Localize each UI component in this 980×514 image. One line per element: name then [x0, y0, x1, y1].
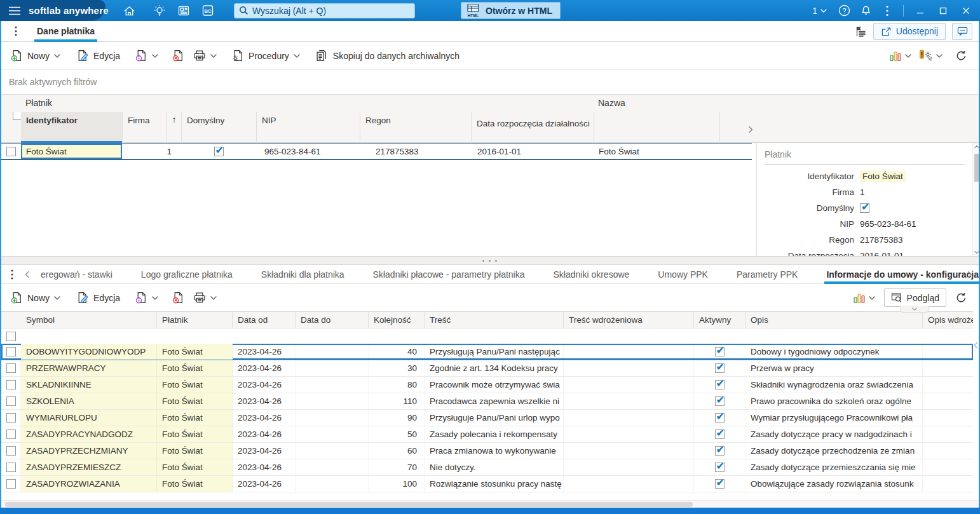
aktywny-checkbox[interactable] — [715, 446, 725, 456]
cell-aktywny[interactable] — [694, 459, 745, 475]
domyslny-checkbox[interactable] — [214, 147, 224, 156]
row-checkbox[interactable] — [6, 347, 16, 356]
cell-nip[interactable]: 965-023-84-61 — [256, 144, 360, 159]
tabs-scroll-left-icon[interactable] — [25, 271, 30, 278]
cell-aktywny[interactable] — [694, 377, 745, 393]
copy-to-archive-button[interactable]: Skopiuj do danych archiwalnych — [311, 46, 464, 66]
row-checkbox[interactable] — [6, 429, 16, 439]
table-row[interactable]: PRZERWAWPRACY Foto Świat 2023-04-26 30 Z… — [1, 360, 973, 377]
cell-data-do[interactable] — [296, 360, 369, 376]
expand-columns-chevron-icon[interactable] — [740, 112, 756, 143]
cell-symbol[interactable]: ZASADYPRACYNADGODZ — [21, 426, 157, 442]
tabs-kebab-icon[interactable] — [9, 269, 15, 280]
aktywny-checkbox[interactable] — [715, 363, 725, 373]
cell-data-do[interactable] — [296, 377, 369, 393]
aktywny-checkbox[interactable] — [715, 463, 725, 472]
payer-row[interactable]: Foto Świat 1 965-023-84-61 217875383 201… — [1, 143, 752, 160]
column-header-aktywny[interactable]: Aktywny — [694, 312, 745, 328]
column-header-nip[interactable]: NIP — [256, 112, 360, 143]
cell-aktywny[interactable] — [694, 426, 745, 442]
cell-opis-wdrozeniowy[interactable] — [923, 360, 973, 376]
cell-data-od[interactable]: 2023-04-26 — [233, 476, 296, 492]
cell-tresc[interactable]: Pracownik może otrzymywać świa — [425, 377, 564, 393]
cell-platnik[interactable]: Foto Świat — [157, 476, 233, 492]
lightbulb-icon[interactable] — [150, 3, 169, 19]
maximize-button[interactable] — [933, 3, 953, 19]
cell-symbol[interactable]: SKLADNIKIINNE — [21, 377, 157, 393]
new-button[interactable]: Nowy — [6, 46, 65, 66]
tab-skladniki-okresowe[interactable]: Składniki okresowe — [554, 265, 630, 284]
cell-platnik[interactable]: Foto Świat — [157, 410, 233, 426]
horizontal-splitter[interactable] — [1, 256, 979, 265]
document-info-button[interactable] — [131, 288, 163, 308]
cell-opis[interactable]: Obowiązujące zasady rozwiązania stosunk — [745, 476, 923, 492]
cell-data-do[interactable] — [296, 476, 369, 492]
tab-zaszeregowan-stawki[interactable]: eregowań - stawki — [41, 265, 112, 284]
cell-tresc[interactable]: Zgodnie z art. 134 Kodeksu pracy — [425, 360, 564, 376]
tab-skladniki-dla-platnika[interactable]: Składniki dla płatnika — [261, 265, 344, 284]
row-checkbox[interactable] — [6, 446, 16, 456]
table-row[interactable]: ZASADYROZWIAZANIA Foto Świat 2023-04-26 … — [1, 476, 973, 492]
cell-tresc-wdrozeniowa[interactable] — [564, 459, 694, 475]
column-header-data-do[interactable]: Data do — [296, 312, 369, 328]
column-header-data-rozpoczecia[interactable]: Data rozpoczęcia działalności — [471, 112, 594, 143]
cell-aktywny[interactable] — [694, 344, 745, 360]
bc-icon[interactable]: BC — [198, 3, 217, 19]
column-header-opis[interactable]: Opis — [745, 312, 923, 328]
delete-button[interactable] — [168, 46, 189, 66]
cell-kolejnosc[interactable]: 90 — [369, 410, 425, 426]
cell-data-do[interactable] — [296, 344, 369, 360]
column-header-tresc-wdrozeniowa[interactable]: Treść wdrożeniowa — [564, 312, 694, 328]
cell-kolejnosc[interactable]: 70 — [369, 459, 425, 475]
print-button[interactable] — [189, 46, 221, 66]
delete-button[interactable] — [168, 288, 189, 308]
table-row[interactable]: SZKOLENIA Foto Świat 2023-04-26 110 Prac… — [1, 393, 973, 410]
scrollbar-thumb[interactable] — [5, 502, 693, 507]
print-button[interactable] — [189, 288, 221, 308]
cell-opis[interactable]: Składniki wynagrodzenia oraz świadczenia — [745, 377, 923, 393]
cell-kolejnosc[interactable]: 110 — [369, 393, 425, 409]
cell-opis[interactable]: Zasady dotyczące pracy w nadgodzinach i — [745, 426, 923, 442]
cell-tresc[interactable]: Praca zmianowa to wykonywanie — [425, 443, 564, 459]
cell-aktywny[interactable] — [694, 360, 745, 376]
table-row[interactable]: ZASADYPRZEMIESZCZ Foto Świat 2023-04-26 … — [1, 459, 973, 476]
hamburger-menu-icon[interactable] — [8, 3, 22, 19]
cell-firma[interactable]: 1 — [122, 144, 181, 159]
cell-symbol[interactable]: ZASADYPRZEMIESZCZ — [21, 459, 157, 475]
cell-data-od[interactable]: 2023-04-26 — [233, 360, 296, 376]
cell-opis-wdrozeniowy[interactable] — [923, 443, 973, 459]
collapse-toolbar-handle[interactable] — [900, 306, 929, 313]
cell-regon[interactable]: 217875383 — [360, 144, 471, 159]
cell-data-od[interactable]: 2023-04-26 — [233, 344, 296, 360]
cell-data-od[interactable]: 2023-04-26 — [233, 377, 296, 393]
cell-data-do[interactable] — [296, 410, 369, 426]
cell-aktywny[interactable] — [694, 443, 745, 459]
aktywny-checkbox[interactable] — [715, 479, 725, 489]
global-search[interactable] — [234, 3, 415, 18]
column-header-firma[interactable]: Firma — [122, 112, 167, 143]
cell-data-od[interactable]: 2023-04-26 — [233, 393, 296, 409]
tab-options-kebab-icon[interactable] — [10, 26, 22, 36]
cell-data-od[interactable]: 2023-04-26 — [233, 459, 296, 475]
cell-tresc[interactable]: Przysługuje Panu/Pani urlop wypo — [425, 410, 564, 426]
cell-platnik[interactable]: Foto Świat — [157, 377, 233, 393]
document-info-button[interactable] — [131, 46, 163, 66]
more-options-icon[interactable] — [878, 3, 897, 19]
chart-view-button[interactable] — [849, 288, 879, 308]
aktywny-checkbox[interactable] — [715, 347, 725, 356]
cell-opis[interactable]: Zasady dotyczące przemieszczania się mie — [745, 459, 923, 475]
cell-opis-wdrozeniowy[interactable] — [923, 377, 973, 393]
cell-nazwa[interactable]: Foto Świat — [594, 144, 719, 159]
aktywny-checkbox[interactable] — [715, 429, 725, 439]
cell-symbol[interactable]: SZKOLENIA — [21, 393, 157, 409]
horizontal-scrollbar[interactable] — [1, 500, 979, 508]
table-row[interactable]: ZASADYPRACYNADGODZ Foto Świat 2023-04-26… — [1, 426, 973, 443]
cell-symbol[interactable]: ZASADYPRZECHZMIANY — [21, 443, 157, 459]
cell-tresc[interactable]: Pracodawca zapewnia wszelkie ni — [425, 393, 564, 409]
collapse-panel-chevron-icon[interactable] — [974, 342, 978, 500]
row-checkbox[interactable] — [6, 147, 16, 156]
tab-parametry-ppk[interactable]: Parametry PPK — [737, 265, 798, 284]
column-header-data-od[interactable]: Data od — [233, 312, 296, 328]
open-in-html-button[interactable]: HTML Otwórz w HTML — [461, 2, 561, 19]
help-icon[interactable]: ? — [834, 3, 854, 19]
